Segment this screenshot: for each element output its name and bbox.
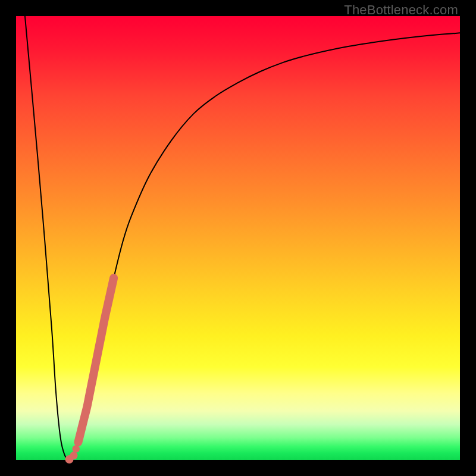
curve-svg: [16, 16, 460, 460]
highlight-dot: [74, 439, 82, 446]
highlight-dot: [72, 445, 80, 453]
plot-area: [16, 16, 460, 460]
chart-frame: TheBottleneck.com: [0, 0, 476, 476]
highlight-segment: [78, 278, 114, 442]
min-dot: [65, 455, 74, 464]
chart-layer: [25, 16, 460, 464]
highlight-dots: [65, 439, 82, 464]
watermark-text: TheBottleneck.com: [344, 2, 458, 18]
